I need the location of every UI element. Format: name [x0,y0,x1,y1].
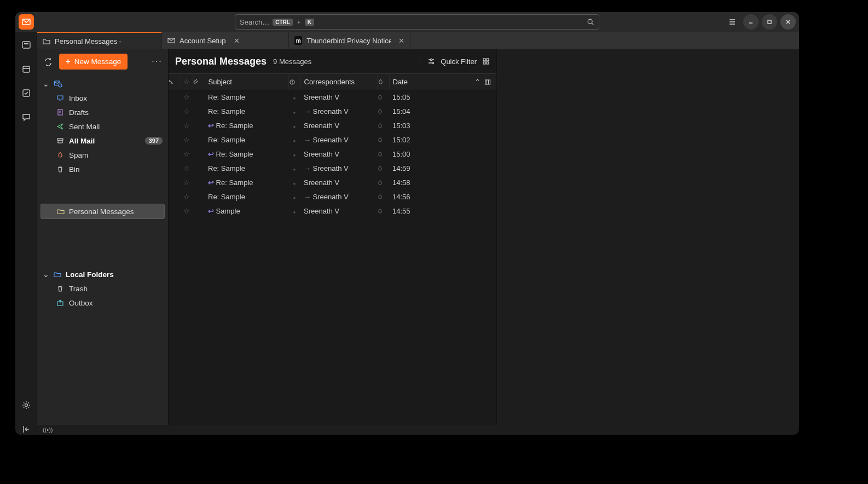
display-options-icon[interactable] [482,57,490,65]
archive-icon [56,137,65,145]
folder-label: Spam [69,151,88,159]
folder-trash[interactable]: Bin [39,162,166,176]
star-column-header[interactable]: ☆ [181,74,193,90]
app-icon [19,14,34,30]
star-icon[interactable]: ☆ [181,119,193,133]
tab-label: Thunderbird Privacy Notice — [306,37,391,45]
attachment-column-header[interactable] [193,74,205,90]
message-subject: Re: Sample [205,105,288,119]
message-row[interactable]: ☆Re: Sample●→ Sreenath V14:59 [169,162,496,176]
forward-icon: → [304,164,311,172]
saved-search-personal-messages[interactable]: Personal Messages [40,204,165,219]
folder-drafts[interactable]: Drafts [39,105,166,119]
folder-send[interactable]: Sent Mail [39,119,166,134]
message-row[interactable]: ☆↩ Re: Sample●Sreenath V14:58 [169,176,496,190]
close-button[interactable] [780,14,796,30]
message-subject: Re: Sample [205,133,288,147]
calendar-space-icon[interactable] [21,64,32,74]
read-dot-icon: ● [288,147,300,162]
message-subject: ↩ Re: Sample [205,176,288,190]
message-list-pane: Personal Messages 9 Messages ⋮ Quick Fil… [169,49,497,425]
star-icon[interactable]: ☆ [181,162,193,176]
read-dot-icon: ● [288,90,300,105]
star-icon[interactable]: ☆ [181,190,193,204]
folder-tree: ⌄ InboxDraftsSent MailAll Mail397SpamBin… [37,73,168,310]
folder-inbox[interactable]: Inbox [39,91,166,105]
message-row[interactable]: ☆↩ Sample●Sreenath V14:55 [169,204,496,218]
grip-icon[interactable]: ⋮ [417,58,422,65]
correspondents-column-header[interactable]: Correspondents [300,74,377,90]
star-icon[interactable]: ☆ [181,204,193,218]
flame-icon [377,105,389,119]
folder-options-button[interactable]: ··· [151,55,164,68]
chat-space-icon[interactable] [21,112,32,123]
minimize-button[interactable] [743,14,759,30]
flame-icon [56,151,65,159]
new-message-button[interactable]: + New Message [59,54,128,70]
star-icon[interactable]: ☆ [181,147,193,162]
tab-privacy-notice[interactable]: m Thunderbird Privacy Notice — ✕ [289,32,410,49]
subject-column-header[interactable]: Subject [205,74,288,90]
folder-trash[interactable]: Trash [39,281,166,296]
column-picker[interactable] [484,74,496,90]
flame-icon [377,119,389,133]
star-icon[interactable]: ☆ [181,176,193,190]
local-folders-row[interactable]: ⌄ Local Folders [39,267,166,281]
get-messages-button[interactable] [42,55,55,68]
search-placeholder: Search… [240,18,269,26]
tasks-space-icon[interactable] [21,88,32,99]
local-folders-label: Local Folders [66,270,114,279]
collapse-spaces-icon[interactable] [21,424,32,435]
message-reader-pane [497,49,799,425]
tab-account-setup[interactable]: Account Setup ✕ [162,32,289,49]
search-icon [587,18,594,26]
quick-filter-label[interactable]: Quick Filter [441,57,477,66]
star-icon[interactable]: ☆ [181,133,193,147]
star-icon[interactable]: ☆ [181,105,193,119]
flame-column-header[interactable] [377,74,389,90]
message-row[interactable]: ☆Re: Sample●→ Sreenath V14:56 [169,190,496,204]
spam-column-header[interactable] [288,74,300,90]
kbd-ctrl: CTRL [273,19,293,26]
message-row[interactable]: ☆Re: Sample●→ Sreenath V15:04 [169,105,496,119]
svg-rect-34 [487,62,489,64]
tab-label: Account Setup [180,37,226,45]
message-correspondent: → Sreenath V [300,162,377,176]
folder-outbox[interactable]: Outbox [39,296,166,310]
tab-label: Personal Messages - [55,37,121,45]
app-menu-button[interactable] [725,14,740,30]
kbd-k: K [305,19,314,26]
quick-filter-icon[interactable] [427,57,435,65]
folder-label: Sent Mail [69,123,100,131]
global-search[interactable]: Search… CTRL + K [235,14,599,30]
message-row[interactable]: ☆Re: Sample●→ Sreenath V15:02 [169,133,496,147]
maximize-button[interactable] [762,14,777,30]
read-dot-icon: ● [288,204,300,218]
message-row[interactable]: ☆Re: Sample●Sreenath V15:05 [169,90,496,105]
new-message-label: New Message [74,57,121,66]
mail-space-icon[interactable] [21,39,32,50]
reply-icon: ↩ [208,122,214,130]
tab-close-icon[interactable]: ✕ [234,37,240,45]
tab-personal-messages[interactable]: Personal Messages - [37,32,162,49]
svg-rect-32 [487,59,489,61]
message-row[interactable]: ☆↩ Re: Sample●Sreenath V15:00 [169,147,496,162]
folder-flame[interactable]: Spam [39,148,166,162]
flame-icon [377,147,389,162]
folder-label: Outbox [69,299,93,307]
message-date: 15:02 [389,133,484,147]
folder-archive[interactable]: All Mail397 [39,134,166,148]
flame-icon [377,204,389,218]
svg-rect-36 [292,80,292,82]
thread-column-header[interactable] [169,74,181,90]
date-column-header[interactable]: Date⌃ [389,74,484,90]
message-correspondent: → Sreenath V [300,190,377,204]
account-row[interactable]: ⌄ [39,77,166,91]
svg-rect-31 [483,59,485,61]
star-icon[interactable]: ☆ [181,90,193,105]
message-row[interactable]: ☆↩ Re: Sample●Sreenath V15:03 [169,119,496,133]
message-date: 14:56 [389,190,484,204]
message-correspondent: Sreenath V [300,90,377,105]
settings-space-icon[interactable] [21,400,32,411]
tab-close-icon[interactable]: ✕ [398,37,404,45]
